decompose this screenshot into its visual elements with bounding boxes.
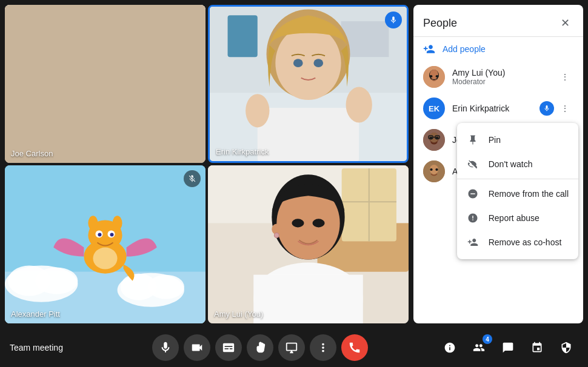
svg-point-6 (89, 59, 100, 71)
svg-rect-14 (228, 15, 258, 57)
svg-point-21 (246, 94, 269, 127)
svg-point-39 (93, 248, 117, 269)
menu-label-remove-call: Remove from the call (489, 189, 569, 199)
participant-name-erin: Erin Kirkpatrick (216, 147, 269, 156)
video-tile-erin: Erin Kirkpatrick (208, 5, 409, 163)
chat-button[interactable] (496, 336, 520, 360)
people-button[interactable]: 4 (467, 336, 491, 360)
more-options-button[interactable] (310, 334, 336, 361)
svg-rect-2 (17, 14, 65, 62)
avatar-erin-initials: EK (429, 104, 439, 113)
person-info-erin: Erin Kirkpatrick (452, 104, 540, 113)
avatar-amy (423, 66, 445, 88)
menu-divider-1 (457, 179, 578, 179)
add-people-button[interactable]: Add people (413, 37, 583, 61)
end-call-button[interactable] (341, 334, 368, 361)
microphone-button[interactable] (152, 334, 179, 361)
raise-hand-button[interactable] (247, 334, 273, 361)
svg-point-22 (346, 87, 372, 122)
svg-point-30 (148, 275, 184, 299)
svg-point-57 (430, 75, 433, 78)
svg-point-19 (313, 59, 323, 67)
avatar-joe (423, 129, 445, 151)
toolbar-right: 4 (438, 336, 578, 360)
close-panel-button[interactable]: ✕ (556, 15, 573, 31)
captions-button[interactable] (215, 334, 242, 361)
person-role-amy: Moderator (452, 78, 556, 86)
video-grid: Joe Carlson (0, 0, 413, 328)
svg-point-58 (436, 75, 439, 78)
camera-button[interactable] (184, 334, 210, 361)
remove-call-icon (467, 188, 479, 200)
context-menu: Pin Don't watch Remove from the call (457, 123, 578, 259)
svg-rect-0 (5, 5, 205, 163)
people-count-badge: 4 (483, 334, 492, 344)
menu-label-pin: Pin (489, 135, 501, 145)
dont-watch-icon (467, 158, 479, 170)
participant-name-alexander: Alexander Pitt (11, 309, 60, 319)
svg-point-49 (274, 233, 279, 237)
video-tile-amy: Amy Lui (You) (208, 165, 409, 323)
person-name-amy: Amy Lui (You) (452, 68, 556, 78)
svg-point-11 (53, 99, 157, 163)
more-options-amy[interactable]: ⋮ (556, 68, 573, 85)
active-speaker-icon-erin (385, 12, 402, 28)
main-container: Joe Carlson (0, 0, 588, 328)
bottom-toolbar: Team meeting (0, 328, 588, 367)
menu-label-remove-cohost: Remove as co-host (489, 237, 562, 247)
svg-point-33 (88, 216, 98, 230)
avatar-erin: EK (423, 98, 445, 119)
meeting-title: Team meeting (10, 343, 82, 352)
panel-header: People ✕ (413, 5, 583, 37)
svg-rect-1 (5, 5, 205, 74)
video-tile-joe: Joe Carlson (5, 5, 205, 163)
svg-point-27 (35, 268, 78, 294)
remove-cohost-icon (467, 236, 479, 248)
svg-point-70 (435, 168, 438, 171)
menu-item-pin[interactable]: Pin (457, 128, 578, 152)
svg-rect-9 (108, 61, 121, 69)
svg-point-17 (275, 26, 341, 100)
toolbar-center (82, 334, 438, 361)
svg-point-37 (98, 233, 101, 236)
speaking-icon-erin (540, 101, 554, 116)
participant-name-joe: Joe Carlson (11, 149, 53, 158)
person-item-erin[interactable]: EK Erin Kirkpatrick ⋮ (413, 93, 583, 124)
menu-item-remove-call[interactable]: Remove from the call (457, 182, 578, 206)
svg-point-38 (110, 233, 114, 236)
person-item-amy[interactable]: Amy Lui (You) Moderator ⋮ (413, 61, 583, 93)
menu-label-report-abuse: Report abuse (489, 213, 540, 223)
svg-point-50 (292, 219, 304, 227)
add-people-label: Add people (443, 44, 486, 54)
info-button[interactable] (438, 336, 462, 360)
svg-point-4 (56, 26, 153, 136)
more-options-erin[interactable]: ⋮ (556, 100, 573, 117)
people-panel: People ✕ Add people (413, 5, 583, 323)
svg-rect-53 (253, 275, 363, 323)
person-info-amy: Amy Lui (You) Moderator (452, 68, 556, 86)
svg-point-34 (113, 216, 122, 230)
mic-muted-icon-alexander (184, 170, 201, 187)
report-abuse-icon (467, 212, 479, 224)
panel-title: People (423, 17, 457, 30)
menu-item-dont-watch[interactable]: Don't watch (457, 152, 578, 176)
video-tile-alexander: Alexander Pitt (5, 165, 205, 323)
svg-point-5 (72, 32, 138, 105)
avatar-alexander (423, 160, 445, 182)
svg-point-18 (293, 59, 303, 67)
svg-point-69 (430, 168, 432, 171)
security-button[interactable] (554, 336, 578, 360)
menu-item-report-abuse[interactable]: Report abuse (457, 206, 578, 230)
pin-icon (467, 134, 479, 146)
menu-item-remove-cohost[interactable]: Remove as co-host (457, 230, 578, 254)
svg-point-56 (430, 70, 438, 79)
present-button[interactable] (278, 334, 305, 361)
menu-label-dont-watch: Don't watch (489, 159, 533, 169)
svg-rect-3 (127, 8, 163, 68)
svg-point-7 (110, 59, 121, 71)
person-name-erin: Erin Kirkpatrick (452, 104, 540, 113)
person-actions-erin: ⋮ (540, 100, 573, 117)
activities-button[interactable] (525, 336, 549, 360)
svg-rect-8 (87, 61, 100, 69)
person-actions-amy: ⋮ (556, 68, 573, 85)
